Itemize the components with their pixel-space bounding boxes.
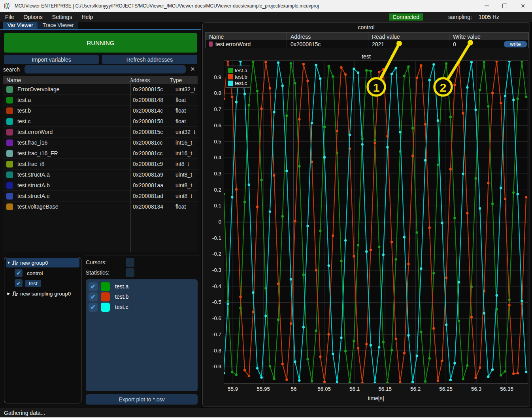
group-label: new group0 [20, 260, 48, 266]
column-name[interactable]: Name [206, 33, 287, 40]
variable-address: 0x2000814c [130, 107, 173, 114]
variable-name: test.errorWord [215, 41, 251, 47]
x-tick-label: 56.15 [373, 386, 397, 392]
table-row[interactable]: test.voltageBase0x20008134float [3, 201, 198, 212]
y-tick-label: 0.7 [205, 106, 221, 112]
variable-address: 0x200081c9 [130, 161, 173, 167]
plot-label: test [25, 280, 41, 287]
list-item-test.c[interactable]: ✔test.c [86, 302, 198, 312]
statusbar: Gathering data... [0, 408, 532, 417]
series-visible-checkbox[interactable]: ✔ [89, 303, 98, 312]
plot-label: control [27, 270, 43, 276]
x-tick-label: 56.25 [434, 386, 458, 392]
variable-type: uint8_t [173, 182, 198, 188]
variable-color-swatch [6, 107, 13, 114]
table-row[interactable]: test.structA.e0x200081aduint8_t [3, 191, 198, 201]
menu-item-file[interactable]: File [5, 14, 14, 20]
plot-groups-tree: ▼new group0✔control✔test▶new sampling gr… [4, 257, 81, 403]
tree-item-test[interactable]: ✔test [15, 279, 79, 288]
tree-item-new-group0[interactable]: ▼new group0 [6, 258, 79, 267]
column-name[interactable]: Name [3, 77, 127, 83]
search-clear-icon[interactable]: ✕ [190, 66, 195, 73]
test-plot-title: test [203, 53, 530, 60]
table-row[interactable]: test.c0x20008150float [3, 116, 198, 127]
y-tick-label: -0.8 [205, 348, 221, 354]
list-item-test.b[interactable]: ✔test.b [86, 292, 198, 302]
menu-item-options[interactable]: Options [24, 14, 43, 20]
variable-name: test.a [17, 97, 130, 103]
table-row[interactable]: test.b0x2000814cfloat [3, 105, 198, 116]
column-type[interactable]: Type [168, 77, 182, 83]
test-plot[interactable]: test.atest.btest.c time[s] 0.90.80.70.60… [224, 60, 528, 384]
titlebar: MCUViewer ENTERPRISE | C:/Users/klonyyy/… [0, 0, 532, 12]
menu-item-settings[interactable]: Settings [52, 14, 72, 20]
acquisition-state-button[interactable]: RUNNING [4, 33, 197, 53]
y-tick-label: 0.1 [205, 203, 221, 209]
import-variables-button[interactable]: Import variables [4, 55, 99, 64]
table-row[interactable]: test.frac_i16_FR0x200081ccint16_t [3, 148, 198, 159]
group-waveform-icon [11, 291, 20, 297]
variable-name: test.frac_i16 [17, 139, 130, 146]
legend-color-swatch [228, 68, 233, 73]
expand-icon[interactable]: ▶ [6, 292, 11, 296]
maximize-button[interactable] [496, 0, 514, 12]
table-row[interactable]: test.structA.b0x200081aauint8_t [3, 180, 198, 191]
export-csv-button[interactable]: Export plot to *.csv [86, 394, 198, 405]
mcuviewer-window: MCUViewer ENTERPRISE | C:/Users/klonyyy/… [0, 0, 532, 418]
variable-name: test.voltageBase [17, 203, 130, 210]
series-visible-checkbox[interactable]: ✔ [89, 282, 98, 291]
list-item-test.a[interactable]: ✔test.a [86, 281, 198, 292]
variable-address: 0x200081cc [130, 150, 173, 156]
column-address[interactable]: Address [127, 77, 168, 83]
variable-address: 0x200081cc [130, 139, 173, 146]
statistics-label: Statistics: [86, 269, 109, 276]
y-tick-label: 0.4 [205, 154, 221, 160]
x-tick-label: 56.35 [495, 386, 519, 392]
statistics-checkbox[interactable] [126, 268, 134, 277]
column-separator [171, 76, 171, 252]
search-input[interactable] [25, 65, 186, 73]
variable-address: 0x200081ad [130, 193, 173, 199]
variable-name-cell[interactable]: test.errorWord [206, 40, 287, 48]
cursors-checkbox[interactable] [126, 258, 134, 267]
table-row[interactable]: test.errorWord0x2000815cuint32_t [3, 127, 198, 137]
minimize-button[interactable] [477, 0, 496, 12]
tab-var-viewer[interactable]: Var Viewer [3, 22, 38, 30]
legend-color-swatch [228, 74, 233, 79]
table-row[interactable]: test.structA.a0x200081a9uint8_t [3, 169, 198, 180]
collapse-icon[interactable]: ▼ [6, 261, 11, 265]
variable-name: test.frac_i8 [17, 161, 130, 167]
variable-type: int16_t [173, 139, 198, 146]
table-row[interactable]: test.frac_i160x200081ccint16_t [3, 137, 198, 148]
y-tick-label: 0.6 [205, 122, 221, 128]
refresh-addresses-button[interactable]: Refresh addresses [102, 55, 197, 64]
tree-item-new-sampling-group0[interactable]: ▶new sampling group0 [6, 289, 79, 298]
series-label: test.b [115, 294, 128, 300]
menu-item-help[interactable]: Help [81, 14, 93, 20]
table-row[interactable]: test.frac_i80x200081c9int8_t [3, 159, 198, 169]
table-row[interactable]: test.a0x20008148float [3, 95, 198, 105]
variable-color-swatch [6, 171, 13, 178]
column-write-value[interactable]: Write value [449, 33, 528, 40]
tab-trace-viewer[interactable]: Trace Viewer [38, 22, 78, 30]
variable-name: test.errorWord [17, 129, 130, 135]
options-divider [85, 256, 200, 256]
plot-visible-checkbox[interactable]: ✔ [15, 279, 23, 287]
series-visible-checkbox[interactable]: ✔ [89, 292, 98, 301]
plot-canvas[interactable] [224, 60, 528, 384]
column-address[interactable]: Address [287, 33, 368, 40]
plot-visible-checkbox[interactable]: ✔ [15, 269, 23, 277]
tree-item-control[interactable]: ✔control [15, 268, 79, 278]
x-tick-label: 56 [282, 386, 306, 392]
variable-name: test.c [17, 118, 130, 124]
table-row[interactable]: ErrorOvervoltage0x2000815cuint32_t [3, 84, 198, 95]
column-read-value[interactable]: Read value [368, 33, 449, 40]
write-button[interactable]: write [504, 41, 527, 47]
close-button[interactable]: ✕ [514, 0, 532, 12]
y-tick-label: -0.3 [205, 267, 221, 273]
app-logo-icon [4, 2, 11, 9]
cursors-label: Cursors: [86, 259, 107, 265]
y-tick-label: 0.3 [205, 171, 221, 177]
tab-underline [0, 29, 201, 30]
variable-type: float [173, 203, 198, 210]
